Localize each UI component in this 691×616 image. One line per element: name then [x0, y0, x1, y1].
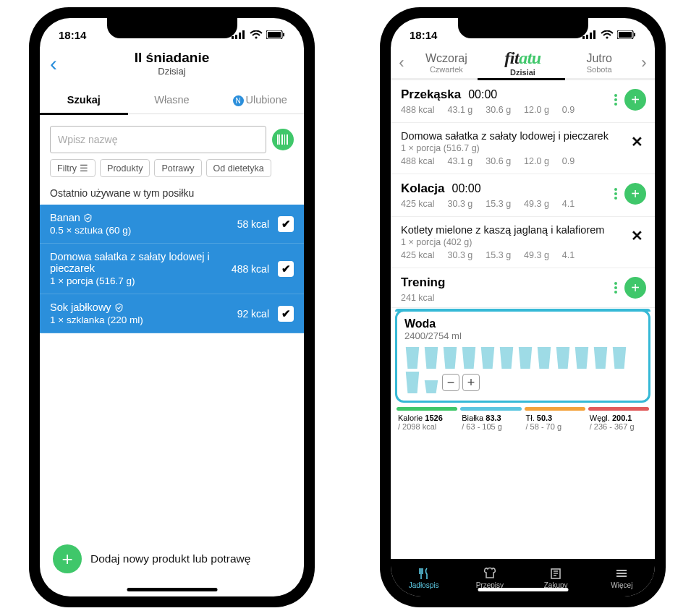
- svg-rect-20: [634, 33, 635, 36]
- water-glass-icon[interactable]: [442, 347, 458, 369]
- water-glass-icon[interactable]: [461, 347, 477, 369]
- checkbox-icon[interactable]: ✔: [278, 261, 294, 277]
- svg-rect-12: [287, 134, 288, 145]
- svg-rect-6: [268, 32, 281, 38]
- svg-point-4: [255, 36, 257, 38]
- svg-rect-15: [590, 33, 592, 39]
- prev-day-button[interactable]: ‹: [395, 54, 408, 72]
- more-icon[interactable]: [614, 282, 617, 294]
- status-time: 18:14: [59, 29, 86, 41]
- barcode-button[interactable]: [272, 129, 294, 150]
- water-glass-icon[interactable]: [423, 372, 439, 393]
- svg-rect-1: [235, 35, 237, 39]
- meal-section-dinner: Kolacja 00:00 + 425 kcal 30.3 g 15.3 g 4…: [391, 174, 655, 217]
- water-card: Woda 2400/2754 ml − +: [395, 309, 650, 403]
- more-icon[interactable]: [614, 94, 617, 106]
- add-training-button[interactable]: +: [624, 277, 646, 299]
- food-row[interactable]: Sok jabłkowy 1 × szklanka (220 ml) 92 kc…: [40, 294, 304, 333]
- dish-row[interactable]: Kotlety mielone z kaszą jaglaną i kalafi…: [391, 217, 655, 268]
- add-meal-button[interactable]: +: [624, 183, 646, 205]
- battery-icon: [617, 29, 636, 41]
- recent-label: Ostatnio używane w tym posiłku: [40, 184, 304, 205]
- remove-icon[interactable]: ✕: [631, 133, 643, 150]
- food-row[interactable]: Banan 0.5 × sztuka (60 g) 58 kcal ✔: [40, 205, 304, 244]
- svg-rect-9: [279, 134, 280, 145]
- water-glass-icon[interactable]: [499, 347, 514, 369]
- nav-more[interactable]: Więcej: [589, 559, 655, 596]
- svg-rect-0: [232, 36, 234, 39]
- tab-favorites[interactable]: NUlubione: [216, 88, 304, 114]
- water-plus-button[interactable]: +: [462, 374, 480, 391]
- dish-row[interactable]: Domowa sałatka z sałaty lodowej i piecza…: [391, 123, 655, 174]
- prev-day[interactable]: Wczoraj Czwartek: [408, 52, 485, 74]
- filter-icon: ☰: [80, 163, 88, 174]
- add-product-label: Dodaj nowy produkt lub potrawę: [90, 552, 250, 565]
- water-glass-icon[interactable]: [404, 372, 420, 393]
- wifi-icon: [601, 29, 614, 41]
- filter-dietitian[interactable]: Od dietetyka: [206, 159, 271, 177]
- more-icon[interactable]: [614, 188, 617, 200]
- status-time: 18:14: [410, 29, 437, 41]
- macro-summary: Kalorie 1526/ 2098 kcal Białka 83.3/ 63 …: [391, 411, 655, 432]
- page-title: II śniadanie: [40, 50, 304, 66]
- svg-rect-11: [284, 134, 285, 145]
- next-day-button[interactable]: ›: [637, 54, 650, 72]
- svg-rect-19: [619, 32, 632, 38]
- add-product-button[interactable]: +: [53, 544, 82, 573]
- verified-icon: [83, 213, 93, 223]
- svg-rect-8: [277, 134, 279, 145]
- checkbox-icon[interactable]: ✔: [278, 306, 294, 322]
- search-input[interactable]: Wpisz nazwę: [50, 126, 266, 153]
- svg-rect-16: [593, 30, 595, 39]
- water-glass-icon[interactable]: [611, 347, 627, 369]
- training-section: Trening + 241 kcal: [391, 268, 655, 308]
- tab-search[interactable]: Szukaj: [40, 88, 128, 114]
- svg-rect-3: [242, 30, 245, 39]
- water-glass-icon[interactable]: [536, 347, 552, 369]
- water-glass-icon[interactable]: [423, 347, 439, 369]
- add-meal-button[interactable]: +: [624, 89, 646, 111]
- svg-point-17: [606, 36, 608, 38]
- page-subtitle: Dzisiaj: [40, 66, 304, 77]
- water-glass-icon[interactable]: [517, 347, 533, 369]
- water-glass-icon[interactable]: [480, 347, 496, 369]
- filter-button[interactable]: Filtry☰: [50, 159, 96, 177]
- food-row[interactable]: Domowa sałatka z sałaty lodowej i piecza…: [40, 244, 304, 294]
- water-glass-icon[interactable]: [404, 347, 420, 369]
- wifi-icon: [250, 29, 263, 41]
- water-glass-icon[interactable]: [593, 347, 609, 369]
- back-icon[interactable]: ‹: [50, 53, 57, 74]
- svg-rect-10: [281, 134, 283, 145]
- phone-left: 18:14 ‹ II śniadanie Dzisiaj Szukaj Włas…: [29, 7, 315, 607]
- phone-right: 18:14 ‹ Wczoraj Czwartek fitatu Dzisiai …: [380, 7, 666, 607]
- checkbox-icon[interactable]: ✔: [278, 216, 294, 232]
- water-glass-icon[interactable]: [574, 347, 590, 369]
- svg-rect-14: [586, 35, 588, 39]
- filter-products[interactable]: Produkty: [100, 159, 150, 177]
- svg-rect-13: [582, 36, 585, 39]
- water-glass-icon[interactable]: [555, 347, 571, 369]
- next-day[interactable]: Jutro Sobota: [561, 52, 637, 74]
- svg-rect-7: [283, 33, 284, 36]
- logo: fitatu Dzisiai: [485, 48, 561, 77]
- svg-rect-2: [239, 33, 241, 39]
- remove-icon[interactable]: ✕: [631, 227, 643, 244]
- battery-icon: [266, 29, 285, 41]
- tab-own[interactable]: Własne: [128, 88, 216, 114]
- filter-dishes[interactable]: Potrawy: [154, 159, 201, 177]
- water-minus-button[interactable]: −: [442, 374, 459, 391]
- nav-menu[interactable]: Jadłospis: [391, 559, 457, 596]
- meal-section-snack: Przekąska 00:00 + 488 kcal 43.1 g 30.6 g…: [391, 80, 655, 123]
- verified-icon: [114, 303, 124, 312]
